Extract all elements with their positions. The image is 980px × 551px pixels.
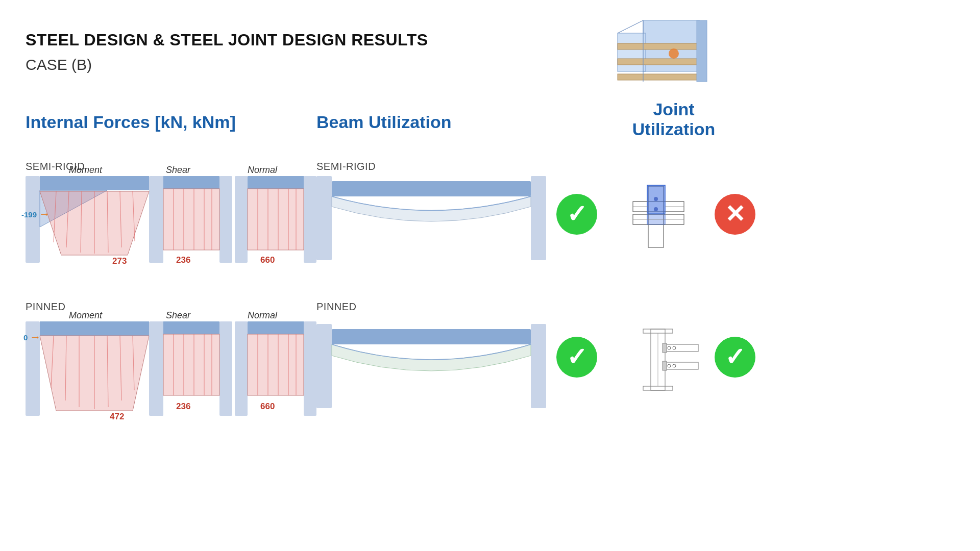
section-header-beam: Beam Utilization (316, 112, 451, 132)
svg-rect-58 (248, 334, 304, 395)
svg-rect-23 (235, 176, 248, 263)
svg-text:472: 472 (110, 412, 124, 421)
joint-3d-image (612, 15, 715, 107)
svg-rect-13 (151, 176, 163, 263)
semi-rigid-joint-x: ✕ (715, 194, 755, 235)
svg-point-105 (673, 346, 676, 349)
semi-rigid-normal-diagram: 660 Normal (235, 176, 316, 272)
arrow-icon-semi-rigid: → (39, 208, 50, 221)
main-title: STEEL DESIGN & STEEL JOINT DESIGN RESULT… (26, 31, 428, 49)
svg-point-86 (654, 207, 658, 211)
semi-rigid-moment-diagram: 273 -199 → Moment (26, 176, 163, 272)
svg-rect-48 (163, 334, 219, 395)
semi-rigid-joint-thumbnail (628, 181, 704, 253)
svg-rect-55 (235, 321, 248, 416)
check-icon-semi-rigid-beam: ✓ (567, 202, 587, 227)
svg-line-79 (618, 20, 643, 33)
svg-rect-97 (643, 329, 673, 333)
svg-rect-65 (316, 176, 332, 260)
pinned-moment-diagram: 472 0 → Moment (26, 321, 163, 425)
svg-text:273: 273 (112, 256, 127, 266)
pinned-shear-label: Shear (166, 310, 190, 321)
svg-rect-25 (248, 176, 304, 189)
svg-rect-67 (332, 181, 531, 196)
svg-rect-70 (332, 329, 531, 344)
svg-rect-46 (219, 321, 232, 416)
svg-rect-35 (40, 321, 149, 336)
x-icon-semi-rigid-joint: ✕ (725, 202, 745, 227)
svg-rect-99 (665, 344, 698, 352)
svg-rect-47 (163, 321, 219, 334)
svg-rect-69 (531, 324, 546, 408)
pinned-normal-label: Normal (248, 310, 277, 321)
section-header-forces: Internal Forces [kN, kNm] (26, 112, 236, 132)
svg-text:660: 660 (260, 255, 275, 265)
svg-rect-16 (163, 189, 219, 250)
svg-rect-98 (643, 386, 673, 390)
label-pinned-forces: PINNED (26, 301, 66, 313)
svg-rect-2 (40, 176, 149, 190)
semi-rigid-beam-utilization (316, 176, 546, 265)
svg-rect-102 (663, 343, 667, 353)
pinned-shear-diagram: 236 Shear (151, 321, 232, 425)
sub-title: CASE (B) (26, 56, 92, 73)
pinned-beam-utilization (316, 324, 546, 413)
label-pinned-beam: PINNED (316, 301, 357, 313)
semi-rigid-moment-neg-value: -199 (21, 210, 37, 219)
check-icon-pinned-joint: ✓ (725, 345, 745, 369)
svg-point-104 (668, 346, 671, 349)
pinned-joint-thumbnail (630, 327, 704, 393)
svg-rect-45 (151, 321, 163, 416)
pinned-normal-diagram: 660 Normal (235, 321, 316, 425)
svg-rect-14 (219, 176, 232, 263)
svg-rect-66 (531, 176, 546, 260)
semi-rigid-normal-label: Normal (248, 165, 277, 176)
svg-rect-57 (248, 321, 304, 334)
semi-rigid-shear-label: Shear (166, 165, 190, 176)
svg-rect-15 (163, 176, 219, 189)
check-icon-pinned-beam: ✓ (567, 345, 587, 369)
pinned-joint-check: ✓ (715, 337, 755, 378)
label-semi-rigid-beam: SEMI-RIGID (316, 161, 376, 172)
svg-rect-100 (665, 362, 698, 369)
svg-text:236: 236 (176, 402, 190, 411)
svg-point-106 (668, 364, 671, 367)
semi-rigid-beam-check: ✓ (556, 194, 597, 235)
svg-point-77 (669, 48, 679, 59)
semi-rigid-shear-diagram: 236 Shear (151, 176, 232, 272)
svg-rect-26 (248, 189, 304, 250)
semi-rigid-moment-label: Moment (69, 165, 102, 176)
svg-rect-103 (663, 361, 667, 370)
pinned-beam-check: ✓ (556, 337, 597, 378)
svg-rect-68 (316, 324, 332, 408)
pinned-moment-neg-value: 0 (23, 333, 28, 342)
svg-point-107 (673, 364, 676, 367)
pinned-moment-label: Moment (69, 310, 102, 321)
svg-rect-56 (304, 321, 316, 416)
svg-rect-73 (618, 43, 699, 49)
svg-rect-24 (304, 176, 316, 263)
svg-rect-74 (618, 59, 699, 65)
arrow-icon-pinned: → (30, 331, 41, 344)
svg-rect-72 (618, 33, 646, 71)
svg-text:236: 236 (176, 255, 190, 265)
svg-point-85 (654, 197, 658, 201)
svg-text:660: 660 (260, 402, 275, 411)
svg-rect-76 (697, 20, 707, 82)
svg-rect-75 (618, 74, 699, 80)
